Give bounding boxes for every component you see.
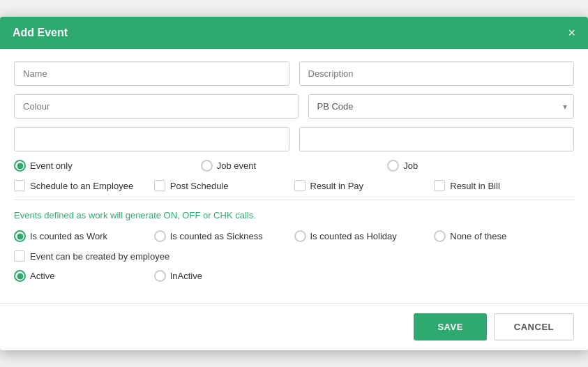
event-type-row: Event only Job event Job: [14, 160, 574, 172]
radio-job[interactable]: Job: [387, 160, 574, 172]
radio-counted-sickness-label: Is counted as Sickness: [170, 231, 263, 241]
work-type-row: Is counted as Work Is counted as Sicknes…: [14, 230, 574, 242]
radio-event-only[interactable]: Event only: [14, 160, 201, 172]
description-input[interactable]: [299, 61, 575, 86]
checkbox-result-in-bill[interactable]: Result in Bill: [434, 180, 574, 191]
checkbox-result-in-pay-input[interactable]: [294, 180, 306, 191]
checkbox-result-in-bill-input[interactable]: [434, 180, 445, 191]
time-row: 12:00 12:00: [14, 127, 574, 151]
checkbox-result-in-pay-label: Result in Pay: [310, 181, 364, 191]
checkboxes-row: Schedule to an Employee Post Schedule Re…: [14, 180, 574, 191]
modal-title: Add Event: [13, 27, 68, 39]
radio-counted-sickness[interactable]: Is counted as Sickness: [154, 230, 294, 242]
radio-counted-holiday[interactable]: Is counted as Holiday: [294, 230, 435, 242]
radio-counted-sickness-input[interactable]: [154, 230, 166, 242]
radio-event-only-input[interactable]: [14, 160, 26, 172]
radio-counted-holiday-input[interactable]: [294, 230, 306, 242]
radio-active-label: Active: [30, 271, 54, 281]
radio-counted-holiday-label: Is counted as Holiday: [310, 231, 397, 241]
time2-input[interactable]: 12:00: [299, 127, 575, 151]
radio-counted-work[interactable]: Is counted as Work: [14, 230, 154, 242]
name-description-row: [14, 61, 574, 86]
radio-job-event-label: Job event: [217, 160, 256, 171]
name-input[interactable]: [14, 61, 289, 86]
radio-none-of-these-input[interactable]: [434, 230, 446, 242]
radio-inactive[interactable]: InActive: [154, 270, 294, 282]
radio-counted-work-input[interactable]: [14, 230, 26, 242]
add-event-modal: Add Event × PB Code ▾ 12:00 12:00: [0, 17, 588, 350]
checkbox-post-schedule-input[interactable]: [154, 180, 165, 191]
radio-job-label: Job: [403, 160, 418, 171]
radio-job-event[interactable]: Job event: [201, 160, 388, 172]
time1-input[interactable]: 12:00: [14, 127, 289, 151]
checkbox-post-schedule-label: Post Schedule: [170, 181, 229, 191]
radio-job-input[interactable]: [387, 160, 399, 172]
pb-code-select[interactable]: PB Code: [308, 94, 575, 119]
checkbox-result-in-pay[interactable]: Result in Pay: [294, 180, 435, 191]
radio-job-event-input[interactable]: [201, 160, 213, 172]
checkbox-schedule-employee-label: Schedule to an Employee: [30, 181, 133, 191]
colour-pbcode-row: PB Code ▾: [14, 94, 574, 119]
radio-inactive-label: InActive: [170, 271, 202, 281]
checkbox-event-employee-input[interactable]: [14, 250, 25, 262]
event-employee-row: Event can be created by employee: [14, 250, 574, 262]
checkbox-result-in-bill-label: Result in Bill: [450, 181, 500, 191]
status-row: Active InActive: [14, 270, 574, 282]
pb-code-wrapper: PB Code ▾: [308, 94, 575, 119]
modal-body: PB Code ▾ 12:00 12:00 Event only Job eve…: [0, 49, 588, 303]
radio-none-of-these-label: None of these: [450, 231, 506, 241]
radio-inactive-input[interactable]: [154, 270, 166, 282]
cancel-button[interactable]: CANCEL: [494, 313, 574, 340]
save-button[interactable]: SAVE: [414, 313, 486, 340]
radio-active[interactable]: Active: [14, 270, 154, 282]
colour-input[interactable]: [14, 94, 299, 119]
radio-active-input[interactable]: [14, 270, 26, 282]
checkbox-post-schedule[interactable]: Post Schedule: [154, 180, 294, 191]
checkbox-event-employee-label: Event can be created by employee: [30, 251, 169, 262]
radio-event-only-label: Event only: [30, 160, 73, 171]
checkbox-schedule-employee[interactable]: Schedule to an Employee: [14, 180, 154, 191]
close-button[interactable]: ×: [568, 27, 575, 39]
info-text: Events defined as work will generate ON,…: [14, 210, 574, 220]
checkbox-event-employee[interactable]: Event can be created by employee: [14, 250, 574, 262]
modal-footer: SAVE CANCEL: [0, 303, 588, 350]
divider: [14, 200, 574, 200]
checkbox-schedule-employee-input[interactable]: [14, 180, 25, 191]
radio-counted-work-label: Is counted as Work: [30, 231, 107, 241]
modal-header: Add Event ×: [0, 17, 588, 49]
radio-none-of-these[interactable]: None of these: [434, 230, 574, 242]
